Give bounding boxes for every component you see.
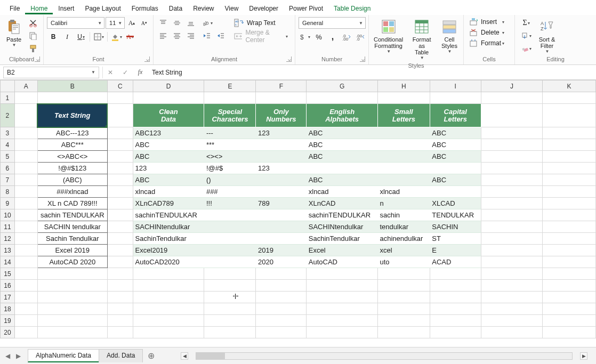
borders-button[interactable]: ▾ xyxy=(92,31,105,43)
cell[interactable] xyxy=(107,256,133,268)
cell[interactable]: OnlyNumbers xyxy=(256,104,307,127)
cell[interactable]: ABC xyxy=(133,174,204,186)
cell[interactable] xyxy=(107,315,133,327)
cell[interactable] xyxy=(543,327,596,338)
cell[interactable]: ABC xyxy=(307,127,378,139)
cell[interactable] xyxy=(37,315,107,327)
cell[interactable] xyxy=(307,268,378,280)
cell[interactable]: 123 xyxy=(256,127,307,139)
cell[interactable] xyxy=(543,174,596,186)
sheet-tab[interactable]: Add. Data xyxy=(99,349,143,362)
dialog-launcher-icon[interactable] xyxy=(286,56,292,62)
cell[interactable]: 2019 xyxy=(256,245,307,256)
cell[interactable] xyxy=(256,268,307,280)
decrease-decimal-button[interactable]: .00.0 xyxy=(354,31,367,43)
column-header[interactable]: D xyxy=(133,80,204,92)
cell[interactable] xyxy=(14,139,37,151)
cell[interactable]: XL n CAD 789!!! xyxy=(37,198,107,209)
cell[interactable] xyxy=(481,327,542,338)
font-name-combo[interactable]: Calibri▼ xyxy=(47,17,104,29)
cell[interactable] xyxy=(37,268,107,280)
cell[interactable] xyxy=(256,92,307,104)
cell[interactable]: sachinTENDULKAR xyxy=(133,209,204,221)
row-header[interactable]: 11 xyxy=(1,221,15,233)
bold-button[interactable]: B xyxy=(47,31,60,43)
cell[interactable]: EnglishAlphabets xyxy=(307,104,378,127)
cell[interactable]: CapitalLetters xyxy=(430,104,481,127)
merge-center-button[interactable]: Merge & Center▾ xyxy=(230,30,292,42)
cell[interactable]: <><> xyxy=(204,151,256,163)
decrease-font-button[interactable]: A▾ xyxy=(139,17,150,29)
cell[interactable] xyxy=(481,303,542,315)
insert-function-button[interactable]: fx xyxy=(133,67,148,78)
cell[interactable] xyxy=(204,268,256,280)
cell[interactable] xyxy=(37,303,107,315)
cell[interactable] xyxy=(14,92,37,104)
row-header[interactable]: 4 xyxy=(1,139,15,151)
cell[interactable]: *** xyxy=(204,139,256,151)
cell[interactable] xyxy=(204,209,256,221)
cell[interactable]: sachin TENDULKAR xyxy=(37,209,107,221)
cell[interactable] xyxy=(543,92,596,104)
clear-button[interactable]: ▾ xyxy=(518,43,534,54)
cell[interactable] xyxy=(307,327,378,338)
sheet-tab[interactable]: AlphaNumeric Data xyxy=(28,349,99,362)
cell[interactable] xyxy=(543,151,596,163)
column-header[interactable]: A xyxy=(14,80,37,92)
cell[interactable] xyxy=(481,221,542,233)
cell[interactable] xyxy=(430,303,481,315)
cell[interactable] xyxy=(14,209,37,221)
cell[interactable] xyxy=(14,327,37,338)
cell[interactable]: achinendulkar xyxy=(377,233,430,245)
cell[interactable] xyxy=(107,104,133,127)
font-color-button[interactable]: A▾ xyxy=(124,31,136,43)
cell[interactable] xyxy=(133,280,204,292)
cell[interactable] xyxy=(133,327,204,338)
row-header[interactable]: 14 xyxy=(1,256,15,268)
cell[interactable]: ABC xyxy=(307,174,378,186)
cell[interactable]: SACHIN tendulkar xyxy=(37,221,107,233)
row-header[interactable]: 6 xyxy=(1,163,15,174)
increase-font-button[interactable]: A▴ xyxy=(126,17,137,29)
cell[interactable] xyxy=(481,209,542,221)
cell[interactable] xyxy=(14,174,37,186)
cell[interactable] xyxy=(14,256,37,268)
cell[interactable]: TENDULKAR xyxy=(430,209,481,221)
cell[interactable] xyxy=(14,245,37,256)
enter-formula-button[interactable]: ✓ xyxy=(118,67,133,78)
cell[interactable] xyxy=(430,327,481,338)
menu-tab-table-design[interactable]: Table Design xyxy=(328,3,376,14)
cell[interactable] xyxy=(204,303,256,315)
cell[interactable] xyxy=(107,151,133,163)
cell[interactable] xyxy=(37,292,107,303)
column-header[interactable]: E xyxy=(204,80,256,92)
cell[interactable]: sachinTENDULKAR xyxy=(307,209,378,221)
cell[interactable] xyxy=(37,92,107,104)
cell[interactable]: ABC xyxy=(133,139,204,151)
cell[interactable] xyxy=(377,303,430,315)
worksheet[interactable]: ABCDEFGHIJK12Text StringCleanDataSpecial… xyxy=(0,80,596,340)
cell[interactable] xyxy=(256,221,307,233)
cell[interactable]: xcel xyxy=(377,245,430,256)
menu-tab-developer[interactable]: Developer xyxy=(244,3,284,14)
cut-button[interactable] xyxy=(27,17,39,29)
cell[interactable]: ABC xyxy=(430,127,481,139)
cell[interactable]: Excel xyxy=(307,245,378,256)
cell[interactable] xyxy=(14,104,37,127)
align-center-button[interactable] xyxy=(171,30,183,42)
cell[interactable]: XLCAD xyxy=(430,198,481,209)
cell[interactable]: () xyxy=(204,174,256,186)
cell[interactable] xyxy=(256,209,307,221)
align-bottom-button[interactable] xyxy=(184,17,197,29)
cell[interactable] xyxy=(14,151,37,163)
cell[interactable] xyxy=(377,139,430,151)
cell-styles-button[interactable]: Cell Styles▼ xyxy=(439,17,460,55)
cell[interactable]: ACAD xyxy=(430,256,481,268)
column-header[interactable]: I xyxy=(430,80,481,92)
cell[interactable] xyxy=(107,209,133,221)
cell[interactable]: <>ABC<> xyxy=(37,151,107,163)
row-header[interactable]: 18 xyxy=(1,303,15,315)
cell[interactable] xyxy=(107,139,133,151)
cell[interactable] xyxy=(377,163,430,174)
cell[interactable]: ABC xyxy=(430,139,481,151)
